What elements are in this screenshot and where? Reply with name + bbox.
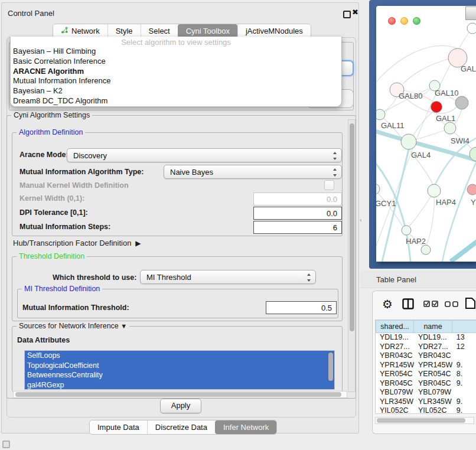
table-row[interactable]: YBR043CYBR043C: [376, 351, 476, 361]
docked-panel-icon[interactable]: [2, 441, 10, 448]
gear-icon[interactable]: ⚙: [382, 297, 393, 311]
node-label-gal1: GAL1: [436, 114, 455, 123]
table-row[interactable]: YER054CYER054C8.: [376, 370, 476, 379]
tab-cyni-toolbox[interactable]: Cyni Toolbox: [178, 24, 237, 38]
tab-style[interactable]: Style: [107, 24, 141, 38]
column-header-shared[interactable]: shared...: [376, 320, 414, 333]
tab-select[interactable]: Select: [141, 24, 178, 38]
threshold-definition-title: Threshold Definition: [17, 252, 87, 260]
settings-horizontal-scrollbar[interactable]: [13, 391, 347, 398]
hub-definition-toggle[interactable]: Hub/Transcription Factor Definition ▶: [13, 239, 141, 247]
dropdown-prompt: Select algorithm to view settings: [11, 37, 341, 47]
node-label-swi4: SWI4: [451, 136, 470, 145]
which-threshold-select[interactable]: MI Threshold: [140, 270, 316, 284]
unchecked-boxes-icon[interactable]: [445, 301, 459, 307]
table-cell: 12: [452, 343, 476, 352]
table-row[interactable]: YDR27...YDR27...12: [376, 343, 476, 352]
data-attributes-list[interactable]: SelfLoopsTopologicalCoefficientBetweenne…: [24, 350, 335, 390]
panel-resize-grip[interactable]: ‹: [360, 216, 362, 223]
table-header-row: shared...name: [376, 320, 476, 333]
attribute-list-scrollbar[interactable]: [327, 351, 334, 389]
bottom-tab-infer-network[interactable]: Infer Network: [215, 420, 276, 434]
dropdown-item-bayesian-k2[interactable]: Bayesian – K2: [11, 86, 341, 96]
table-cell: YDL19...: [376, 333, 414, 343]
table-row[interactable]: YPR145WYPR145W9.: [376, 361, 476, 370]
network-node-unlabeled[interactable]: [455, 96, 468, 109]
network-window[interactable]: GALGAL80GAL10GAL1SWI4GAL11GAL4HAP4YGCY1H…: [376, 6, 476, 262]
table-cell: YER054C: [376, 370, 414, 379]
network-icon: [61, 27, 69, 35]
network-canvas[interactable]: GALGAL80GAL10GAL1SWI4GAL11GAL4HAP4YGCY1H…: [376, 6, 476, 262]
close-icon[interactable]: ✖: [352, 8, 358, 17]
mi-threshold-field[interactable]: [266, 301, 337, 314]
sources-group-title[interactable]: Sources for Network Inference ▼: [17, 322, 129, 330]
mi-type-value: Naive Bayes: [170, 168, 213, 177]
table-row[interactable]: YIL052CYIL052C9.: [376, 406, 476, 413]
column-header-name[interactable]: name: [414, 320, 452, 333]
kernel-width-label: Kernel Width (0,1):: [19, 194, 84, 203]
table-row[interactable]: YBR045CYBR045C9.: [376, 379, 476, 389]
network-node-hap2[interactable]: [402, 226, 411, 235]
chevron-down-icon: ▼: [120, 322, 127, 330]
dropdown-item-mutual-information-inference[interactable]: Mutual Information Inference: [11, 76, 341, 86]
attribute-item-gal4rgexp[interactable]: gal4RGexp: [25, 380, 334, 390]
column-header-2[interactable]: [452, 320, 476, 333]
node-table[interactable]: shared...name YDL19...YDL19...13YDR27...…: [375, 319, 476, 414]
dropdown-item-aracne-algorithm[interactable]: ARACNE Algorithm: [11, 67, 341, 77]
cyni-algorithm-settings-group: Cyni Algorithm Settings Algorithm Defini…: [6, 115, 356, 399]
mi-steps-field[interactable]: [253, 221, 342, 234]
node-label-gal11: GAL11: [381, 121, 405, 130]
table-toolbar: ⚙: [373, 296, 476, 316]
table-cell: YLR345W: [376, 397, 414, 407]
aracne-mode-select[interactable]: Discovery: [67, 148, 342, 162]
network-node-gal11[interactable]: [376, 109, 385, 120]
table-row[interactable]: YLR345WYLR345W9.: [376, 397, 476, 407]
table-row[interactable]: YDL19...YDL19...13: [376, 333, 476, 343]
application-window: Control Panel ✖ NetworkStyleSelectCyni T…: [0, 0, 476, 450]
panel-title: Control Panel: [8, 9, 54, 18]
network-node-gcy1[interactable]: [376, 184, 380, 194]
sources-group: Sources for Network Inference ▼ Data Att…: [12, 326, 343, 392]
node-label-gal10: GAL10: [435, 89, 458, 97]
bottom-tab-impute-data[interactable]: Impute Data: [90, 420, 147, 434]
mi-threshold-group: MI Threshold Definition Mutual Informati…: [17, 289, 338, 318]
node-label-gal80: GAL80: [399, 92, 422, 100]
table-cell: YDL19...: [414, 333, 452, 343]
settings-vertical-scrollbar[interactable]: [348, 119, 356, 392]
tab-network[interactable]: Network: [53, 24, 107, 38]
file-icon[interactable]: [465, 297, 476, 309]
mi-algorithm-type-select[interactable]: Naive Bayes: [164, 165, 342, 179]
split-columns-icon[interactable]: [402, 298, 414, 309]
network-node-gal4[interactable]: [401, 134, 416, 149]
table-panel-window: ⚙ shared...name YDL19...YDL19...13YDR27.: [372, 291, 476, 434]
attribute-item-betweennesscentrality[interactable]: BetweennessCentrality: [25, 370, 334, 380]
kernel-width-field[interactable]: [253, 193, 342, 206]
mi-threshold-group-title: MI Threshold Definition: [22, 285, 102, 293]
manual-kernel-checkbox[interactable]: [324, 180, 334, 190]
tab-label: Network: [71, 27, 100, 35]
algorithm-dropdown-popup: Select algorithm to view settings Bayesi…: [10, 37, 342, 107]
bottom-tab-discretize-data[interactable]: Discretize Data: [147, 420, 215, 434]
float-window-icon[interactable]: [343, 11, 351, 18]
table-cell: 9.: [452, 361, 476, 370]
network-node-gal1[interactable]: [431, 102, 442, 113]
network-node-y[interactable]: [467, 184, 476, 195]
tab-jactivemnodules[interactable]: jActiveMNodules: [237, 24, 311, 38]
dropdown-item-dream8-dc-tdc-algorithm[interactable]: Dream8 DC_TDC Algorithm: [11, 96, 341, 106]
attribute-item-topologicalcoefficient[interactable]: TopologicalCoefficient: [25, 361, 334, 371]
bottom-tab-bar: Impute DataDiscretize DataInfer Network: [89, 420, 277, 435]
network-node-unlabeled[interactable]: [421, 245, 431, 255]
table-cell: 9.: [452, 379, 476, 389]
dpi-tolerance-field[interactable]: [253, 207, 342, 220]
dropdown-item-basic-correlation-inference[interactable]: Basic Correlation Inference: [11, 57, 341, 67]
network-node-hap4[interactable]: [428, 184, 441, 197]
network-node-unlabeled[interactable]: [467, 23, 476, 34]
apply-button[interactable]: Apply: [160, 399, 201, 413]
table-horizontal-scrollbar[interactable]: [375, 417, 474, 424]
stepper-arrows-icon: [306, 273, 311, 282]
table-row[interactable]: YBL079WYBL079W: [376, 388, 476, 397]
attribute-item-selfloops[interactable]: SelfLoops: [25, 351, 334, 361]
network-node-swi4[interactable]: [444, 122, 456, 134]
checked-boxes-icon[interactable]: [423, 301, 439, 307]
dropdown-item-bayesian-hill-climbing[interactable]: Bayesian – Hill Climbing: [11, 47, 341, 57]
